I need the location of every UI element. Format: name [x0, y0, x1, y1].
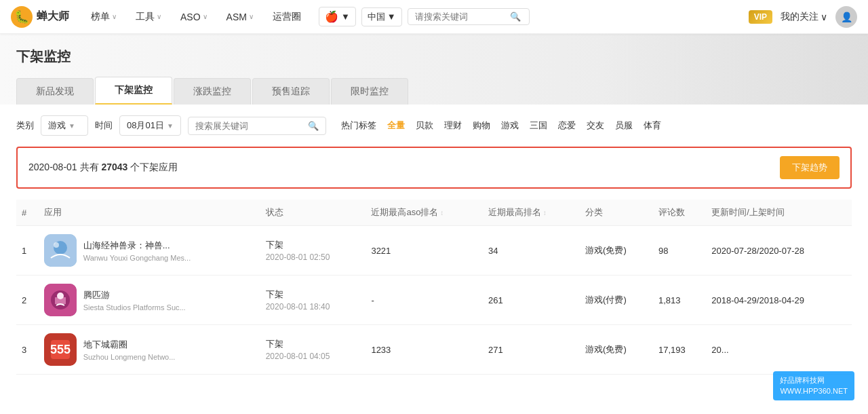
download-button[interactable]: 下架趋势: [780, 156, 840, 179]
app-name: 腾匹游: [83, 289, 186, 301]
highest-rank-cell: 271: [483, 325, 580, 375]
col-aso[interactable]: 近期最高aso排名: [366, 200, 483, 226]
tab-yushou[interactable]: 预售追踪: [252, 78, 330, 105]
summary-text: 2020-08-01 共有 27043 个下架应用: [28, 162, 178, 174]
table-row: 2 腾匹游: [16, 276, 852, 325]
watermark: 好品牌科技网 WWW.HPP360.NET: [773, 371, 854, 400]
country-arrow-icon: ▼: [387, 12, 396, 22]
aso-rank-cell: 3221: [366, 226, 483, 276]
search-icon: 🔍: [308, 121, 319, 131]
search-icon: 🔍: [510, 12, 521, 22]
col-app: 应用: [39, 200, 260, 226]
svg-point-5: [57, 293, 64, 299]
app-cell: 山海经神兽录：神兽... Wanwu Youxi Gongchang Mes..…: [39, 226, 260, 276]
app-cell: 555 地下城霸圈 Suzhou Longmeng Netwo...: [39, 325, 260, 375]
nav-item-asm[interactable]: ASM ∨: [218, 7, 262, 26]
logo-icon: 🐛: [11, 6, 33, 28]
vip-badge[interactable]: VIP: [749, 10, 772, 24]
update-time-cell: 20...: [706, 325, 852, 375]
filters-row: 类别 游戏 ▼ 时间 08月01日 ▼ 🔍 热门标签 全量 贝款 理财 购物 游…: [16, 115, 852, 136]
status-time: 2020-08-01 04:05: [266, 352, 361, 361]
cat-tag-5[interactable]: 游戏: [498, 118, 521, 133]
cat-tag-1[interactable]: 全量: [384, 118, 408, 133]
summary-bar: 2020-08-01 共有 27043 个下架应用 下架趋势: [16, 147, 852, 189]
logo-text: 蝉大师: [37, 10, 69, 24]
app-cell: 腾匹游 Siesta Studios Platforms Suc...: [39, 276, 260, 325]
highest-rank-cell: 34: [483, 226, 580, 276]
col-highest[interactable]: 近期最高排名: [483, 200, 580, 226]
cat-tag-4[interactable]: 购物: [470, 118, 493, 133]
status-text: 下架: [266, 239, 361, 251]
app-icon: [44, 284, 77, 316]
app-info: 地下城霸圈 Suzhou Longmeng Netwo...: [83, 339, 176, 361]
app-name: 地下城霸圈: [83, 339, 176, 351]
main-content: 类别 游戏 ▼ 时间 08月01日 ▼ 🔍 热门标签 全量 贝款 理财 购物 游…: [0, 105, 868, 414]
reviews-cell: 1,813: [653, 276, 706, 325]
cat-tag-8[interactable]: 交友: [584, 118, 607, 133]
country-label: 中国: [368, 11, 385, 23]
nav-follow[interactable]: 我的关注 ∨: [781, 11, 827, 23]
nav-search-input[interactable]: [415, 12, 510, 22]
cat-tag-9[interactable]: 员服: [612, 118, 635, 133]
category-cell: 游戏(付费): [580, 276, 653, 325]
keyword-input[interactable]: [195, 121, 304, 131]
cat-tag-10[interactable]: 体育: [641, 118, 664, 133]
tab-xiajia[interactable]: 下架监控: [95, 77, 172, 105]
cat-tag-3[interactable]: 理财: [441, 118, 465, 133]
cat-tag-7[interactable]: 恋爱: [555, 118, 578, 133]
category-label: 类别: [16, 119, 34, 132]
nav-search-box[interactable]: 🔍: [408, 8, 530, 25]
cat-tag-2[interactable]: 贝款: [413, 118, 436, 133]
update-time-cell: 2018-04-29/2018-04-29: [706, 276, 852, 325]
nav-search-area: 🍎 ▼ 中国 ▼ 🔍: [319, 7, 530, 26]
cat-tag-6[interactable]: 三国: [527, 118, 550, 133]
col-reviews: 评论数: [653, 200, 706, 226]
keyword-search[interactable]: 🔍: [188, 117, 326, 135]
chevron-down-icon: ∨: [249, 13, 254, 20]
col-rank: #: [16, 200, 39, 226]
chevron-down-icon: ∨: [821, 12, 827, 22]
aso-rank-cell: -: [366, 276, 483, 325]
status-cell: 下架 2020-08-01 18:40: [260, 276, 366, 325]
top-navigation: 🐛 蝉大师 榜单 ∨ 工具 ∨ ASO ∨ ASM ∨ 运营圈 🍎 ▼: [0, 0, 868, 34]
table-row: 3 555 地下城霸圈 Suzhou Longmeng Netwo: [16, 325, 852, 375]
status-text: 下架: [266, 338, 361, 350]
category-cell: 游戏(免费): [580, 325, 653, 375]
time-select[interactable]: 08月01日 ▼: [119, 115, 181, 136]
chevron-down-icon: ∨: [112, 13, 117, 20]
nav-item-yunying[interactable]: 运营圈: [264, 7, 309, 27]
rank-cell: 2: [16, 276, 39, 325]
status-cell: 下架 2020-08-01 02:50: [260, 226, 366, 276]
country-selector[interactable]: 中国 ▼: [361, 7, 402, 26]
cat-tag-0[interactable]: 热门标签: [338, 118, 379, 133]
aso-rank-cell: 1233: [366, 325, 483, 375]
nav-item-bangdan[interactable]: 榜单 ∨: [83, 7, 125, 27]
tab-zhangdie[interactable]: 涨跌监控: [174, 78, 251, 105]
nav-item-aso[interactable]: ASO ∨: [172, 7, 216, 26]
tab-xianzhi[interactable]: 限时监控: [331, 78, 408, 105]
app-info: 腾匹游 Siesta Studios Platforms Suc...: [83, 289, 186, 312]
reviews-cell: 98: [653, 226, 706, 276]
page-header: 下架监控 新品发现 下架监控 涨跌监控 预售追踪 限时监控: [0, 34, 868, 105]
nav-item-gongju[interactable]: 工具 ∨: [127, 7, 170, 27]
status-text: 下架: [266, 288, 361, 301]
app-icon: 555: [44, 333, 77, 366]
watermark-line1: 好品牌科技网: [780, 375, 848, 385]
col-category: 分类: [580, 200, 653, 226]
nav-items: 榜单 ∨ 工具 ∨ ASO ∨ ASM ∨ 运营圈 🍎 ▼ 中国 ▼: [83, 7, 749, 27]
tab-xinpin[interactable]: 新品发现: [16, 78, 94, 105]
summary-suffix: 个下架应用: [130, 162, 178, 172]
platform-selector[interactable]: 🍎 ▼: [319, 7, 356, 26]
app-sub: Siesta Studios Platforms Suc...: [83, 303, 186, 312]
apple-icon: 🍎: [325, 10, 338, 23]
rank-cell: 3: [16, 325, 39, 375]
avatar[interactable]: 👤: [835, 6, 857, 28]
header-background: [597, 34, 868, 105]
data-table: # 应用 状态 近期最高aso排名 近期最高排名 分类 评论数 更新时间/上架时…: [16, 200, 852, 375]
app-info: 山海经神兽录：神兽... Wanwu Youxi Gongchang Mes..…: [83, 240, 191, 262]
logo[interactable]: 🐛 蝉大师: [11, 6, 69, 28]
highest-rank-cell: 261: [483, 276, 580, 325]
rank-cell: 1: [16, 226, 39, 276]
category-select[interactable]: 游戏 ▼: [41, 115, 88, 136]
nav-right: VIP 我的关注 ∨ 👤: [749, 6, 857, 28]
